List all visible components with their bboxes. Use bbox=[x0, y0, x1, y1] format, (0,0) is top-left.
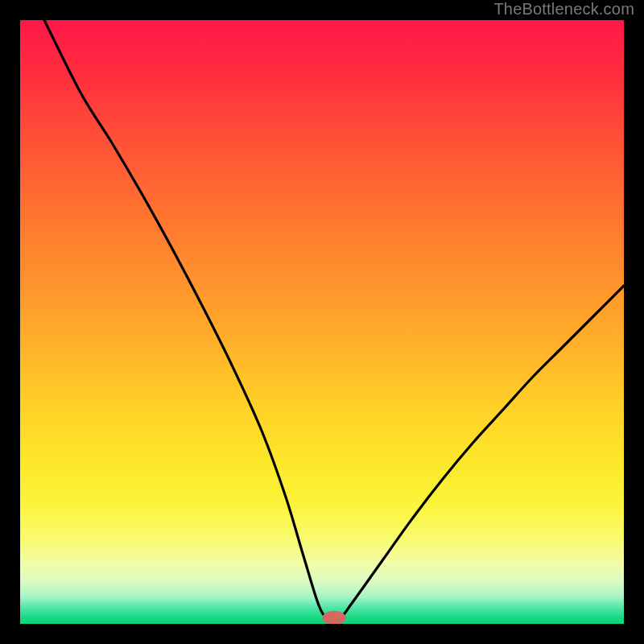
attribution-text: TheBottleneck.com bbox=[493, 0, 634, 19]
marker-point bbox=[323, 611, 346, 624]
chart-svg bbox=[20, 20, 624, 624]
chart-gradient-area bbox=[20, 20, 624, 624]
bottleneck-curve bbox=[44, 20, 624, 620]
